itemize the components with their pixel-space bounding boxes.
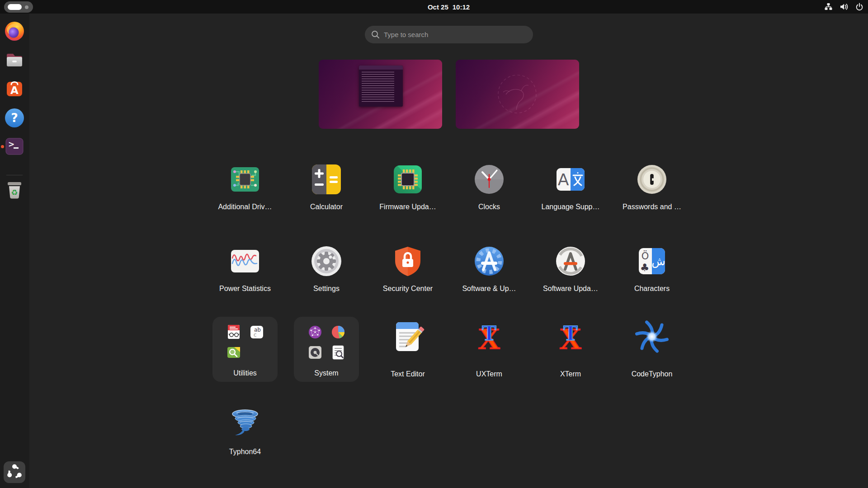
app-typhon64[interactable]: Typhon64 bbox=[204, 407, 286, 456]
app-label: UXTerm bbox=[476, 370, 502, 378]
svg-text:A: A bbox=[558, 170, 569, 189]
app-security-center[interactable]: Security Center bbox=[367, 244, 448, 293]
settings-gear-icon bbox=[309, 244, 344, 279]
app-label: Settings bbox=[313, 285, 340, 293]
utilities-folder-icon: ab c Utilities bbox=[212, 317, 278, 382]
app-store-icon: A bbox=[4, 78, 25, 99]
svg-text:A: A bbox=[10, 84, 19, 96]
clock[interactable]: Oct 25 10:12 bbox=[29, 0, 868, 14]
app-characters[interactable]: Ö ♣ ش Characters bbox=[611, 244, 693, 293]
usage-pie-icon bbox=[330, 324, 346, 340]
svg-text:T: T bbox=[482, 321, 496, 345]
app-passwords-keys[interactable]: Passwords and … bbox=[611, 162, 693, 211]
app-xterm[interactable]: X T XTerm bbox=[530, 317, 611, 382]
image-viewer-icon bbox=[226, 345, 241, 360]
fonts-icon: ab c bbox=[249, 324, 264, 340]
clock-date: Oct 25 bbox=[428, 3, 448, 11]
terminal-window-preview bbox=[359, 66, 403, 107]
volume-icon bbox=[840, 3, 849, 11]
svg-text:ش: ش bbox=[651, 255, 665, 268]
app-label: Typhon64 bbox=[229, 448, 261, 456]
search-icon bbox=[371, 30, 380, 39]
uxterm-icon: X T bbox=[472, 319, 507, 354]
app-label: CodeTyphon bbox=[632, 370, 673, 378]
app-codetyphon[interactable]: CodeTyphon bbox=[611, 317, 693, 382]
folder-label: Utilities bbox=[233, 369, 257, 377]
workspace-2-thumbnail[interactable] bbox=[456, 60, 579, 129]
dock-item-help[interactable]: ? bbox=[4, 107, 25, 129]
app-label: Software & Up… bbox=[462, 285, 516, 293]
svg-text:?: ? bbox=[11, 111, 18, 125]
show-apps-icon bbox=[4, 461, 25, 483]
kudu-watermark bbox=[496, 72, 539, 117]
app-clocks[interactable]: Clocks bbox=[448, 162, 530, 211]
app-software-and-updates[interactable]: Software & Up… bbox=[448, 244, 530, 293]
app-firmware-updater[interactable]: Firmware Upda… bbox=[367, 162, 448, 211]
app-power-statistics[interactable]: Power Statistics bbox=[204, 244, 286, 293]
system-folder-icon: System bbox=[294, 317, 359, 382]
app-language-support[interactable]: A Language Supp… bbox=[530, 162, 611, 211]
workspace-1-thumbnail[interactable] bbox=[319, 60, 442, 129]
dock-item-files[interactable] bbox=[4, 49, 25, 71]
app-calculator[interactable]: Calculator bbox=[286, 162, 367, 211]
firefox-icon bbox=[4, 20, 25, 42]
firmware-updater-icon bbox=[390, 162, 425, 197]
software-updater-icon bbox=[553, 244, 588, 279]
app-label: XTerm bbox=[560, 370, 581, 378]
logs-icon bbox=[330, 345, 346, 360]
network-tools-icon bbox=[307, 324, 323, 340]
workspace-active-pill bbox=[8, 4, 22, 10]
dock: A ? > ♻ bbox=[0, 14, 29, 488]
typhon64-icon bbox=[227, 407, 263, 442]
characters-icon: Ö ♣ ش bbox=[634, 244, 670, 279]
clock-time: 10:12 bbox=[453, 3, 470, 11]
dock-item-app-store[interactable]: A bbox=[4, 78, 25, 99]
svg-text:♣: ♣ bbox=[640, 262, 650, 273]
network-wired-icon bbox=[824, 3, 833, 11]
help-icon: ? bbox=[4, 107, 25, 129]
system-tray[interactable] bbox=[824, 0, 863, 14]
search-input[interactable] bbox=[384, 26, 528, 43]
calculator-icon bbox=[309, 162, 344, 197]
trash-icon: ♻ bbox=[4, 179, 25, 201]
dock-item-trash[interactable]: ♻ bbox=[4, 179, 25, 201]
document-viewer-icon bbox=[226, 324, 241, 340]
disks-icon bbox=[307, 345, 323, 360]
running-indicator-dot bbox=[1, 145, 4, 148]
app-uxterm[interactable]: X T UXTerm bbox=[448, 317, 530, 382]
app-label: Text Editor bbox=[391, 370, 425, 378]
software-and-updates-icon bbox=[472, 244, 507, 279]
workspace-dot bbox=[25, 5, 28, 9]
terminal-icon: > bbox=[4, 136, 25, 157]
additional-drivers-icon bbox=[227, 162, 263, 197]
search-bar[interactable] bbox=[365, 26, 533, 43]
clocks-icon bbox=[472, 162, 507, 197]
files-icon bbox=[4, 49, 25, 71]
app-label: Characters bbox=[634, 285, 670, 293]
text-editor-icon bbox=[390, 319, 425, 354]
show-apps-button[interactable] bbox=[4, 461, 25, 483]
app-folder-utilities[interactable]: ab c Utilities bbox=[204, 317, 286, 382]
app-label: Software Upda… bbox=[543, 285, 598, 293]
app-label: Clocks bbox=[478, 203, 500, 211]
dock-item-terminal[interactable]: > bbox=[4, 136, 25, 157]
app-grid-row-3: ab c Utilities bbox=[204, 317, 693, 382]
top-bar: Oct 25 10:12 bbox=[0, 0, 868, 14]
svg-text:Ö: Ö bbox=[642, 250, 649, 262]
app-grid-row-1: Additional Driv… Calculator bbox=[204, 162, 693, 211]
app-label: Passwords and … bbox=[623, 203, 681, 211]
app-label: Power Statistics bbox=[219, 285, 271, 293]
workspace-indicator[interactable] bbox=[4, 1, 33, 13]
app-additional-drivers[interactable]: Additional Driv… bbox=[204, 162, 286, 211]
language-support-icon: A bbox=[553, 162, 588, 197]
passwords-keys-icon bbox=[634, 162, 670, 197]
dock-item-firefox[interactable] bbox=[4, 20, 25, 42]
app-grid-row-4: Typhon64 bbox=[204, 407, 693, 456]
app-folder-system[interactable]: System bbox=[286, 317, 367, 382]
app-label: Language Supp… bbox=[542, 203, 600, 211]
power-icon bbox=[855, 3, 863, 11]
app-software-updater[interactable]: Software Upda… bbox=[530, 244, 611, 293]
app-settings[interactable]: Settings bbox=[286, 244, 367, 293]
app-label: Additional Driv… bbox=[218, 203, 272, 211]
app-text-editor[interactable]: Text Editor bbox=[367, 317, 448, 382]
